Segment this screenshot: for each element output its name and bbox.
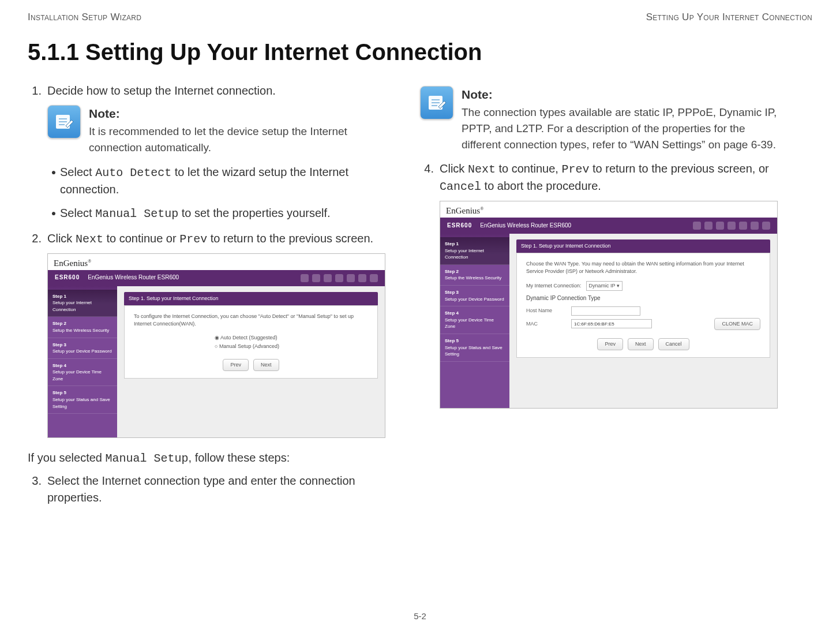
prev-button[interactable]: Prev	[223, 359, 249, 371]
mac-input[interactable]: 1C:6F:65:D6:BF:E5	[571, 319, 652, 328]
step-text: Select the Internet connection type and …	[47, 473, 385, 506]
page-title: 5.1.1 Setting Up Your Internet Connectio…	[28, 39, 812, 65]
host-input[interactable]	[571, 306, 640, 316]
subhead: Dynamic IP Connection Type	[526, 294, 760, 303]
step-text: Decide how to setup the Internet connect…	[47, 83, 385, 99]
connection-select[interactable]: Dynamic IP ▾	[586, 281, 622, 291]
clone-mac-button[interactable]: CLONE MAC	[714, 318, 760, 330]
home-icon[interactable]	[693, 222, 701, 230]
host-label: Host Name	[526, 307, 567, 314]
screenshot-step1-manual: EnGenius® ESR600 EnGenius Wireless Route…	[440, 201, 778, 409]
note-icon	[420, 86, 453, 119]
sidebar-step-2[interactable]: Step 2Setup the Wireless Security	[48, 317, 117, 338]
refresh-icon[interactable]	[347, 274, 355, 282]
note-text: It is recommended to let the device setu…	[89, 123, 385, 155]
power-icon[interactable]	[358, 274, 366, 282]
step-number: 4.	[420, 160, 440, 195]
sidebar-step-5[interactable]: Step 5Setup your Status and Save Setting	[48, 386, 117, 414]
note-title: Note:	[462, 86, 778, 103]
step-number: 3.	[28, 473, 47, 506]
bullet-dot: ●	[47, 164, 60, 198]
cancel-button[interactable]: Cancel	[658, 338, 689, 350]
wifi-icon[interactable]	[312, 274, 320, 282]
logo-text: EnGenius®	[54, 257, 91, 270]
power-icon[interactable]	[751, 222, 759, 230]
radio-auto-detect[interactable]: ◉ Auto Detect (Suggested)	[215, 334, 368, 342]
next-button[interactable]: Next	[253, 359, 279, 371]
panel-hint: Choose the WAN Type. You may need to obt…	[526, 260, 760, 275]
panel-hint: To configure the Internet Connection, yo…	[134, 313, 368, 328]
bullet-dot: ●	[47, 205, 60, 222]
prev-button[interactable]: Prev	[597, 338, 623, 350]
sidebar-step-4[interactable]: Step 4Setup your Device Time Zone	[440, 306, 509, 334]
toolbar-icons[interactable]	[693, 222, 770, 230]
refresh-icon[interactable]	[739, 222, 747, 230]
bullet-manual-setup: Select Manual Setup to set the propertie…	[60, 205, 385, 222]
step-number: 2.	[28, 230, 47, 248]
wizard-sidebar: Step 1Setup your Internet Connection Ste…	[48, 286, 117, 437]
bar-title: EnGenius Wireless Router ESR600	[480, 222, 571, 230]
panel-title: Step 1. Setup your Internet Connection	[516, 239, 770, 253]
bullet-auto-detect: Select Auto Detect to let the wizard set…	[60, 164, 385, 198]
running-head-right: Setting Up Your Internet Connection	[646, 12, 812, 23]
note-icon	[47, 105, 81, 138]
step-number: 1.	[28, 83, 47, 99]
note-text: The connection types available are stati…	[462, 104, 778, 152]
sidebar-step-4[interactable]: Step 4Setup your Device Time Zone	[48, 359, 117, 387]
sidebar-step-3[interactable]: Step 3Setup your Device Password	[48, 338, 117, 359]
toolbar-icons[interactable]	[301, 274, 378, 282]
model-label: ESR600	[447, 222, 472, 230]
connection-label: My Internet Connection:	[526, 282, 582, 290]
sidebar-step-5[interactable]: Step 5Setup your Status and Save Setting	[440, 334, 509, 362]
sidebar-step-2[interactable]: Step 2Setup the Wireless Security	[440, 265, 509, 286]
wifi-icon[interactable]	[704, 222, 712, 230]
left-column: 1. Decide how to setup the Internet conn…	[28, 83, 385, 512]
expand-icon[interactable]	[370, 274, 378, 282]
gear-icon[interactable]	[324, 274, 332, 282]
step-text: Click Next to continue, Prev to return t…	[440, 160, 778, 195]
note-title: Note:	[89, 105, 385, 122]
step-text: Click Next to continue or Prev to return…	[47, 230, 385, 248]
panel-title: Step 1. Setup your Internet Connection	[124, 292, 378, 305]
mac-label: MAC	[526, 320, 567, 328]
expand-icon[interactable]	[762, 222, 770, 230]
gear-icon[interactable]	[716, 222, 724, 230]
page-number: 5-2	[0, 611, 840, 621]
manual-setup-intro: If you selected Manual Setup, follow the…	[28, 450, 385, 467]
next-button[interactable]: Next	[628, 338, 654, 350]
home-icon[interactable]	[301, 274, 309, 282]
radio-manual-setup[interactable]: ○ Manual Setup (Advanced)	[215, 342, 368, 351]
help-icon[interactable]	[727, 222, 736, 230]
sidebar-step-1[interactable]: Step 1Setup your Internet Connection	[48, 290, 117, 317]
sidebar-step-1[interactable]: Step 1Setup your Internet Connection	[440, 237, 509, 265]
bar-title: EnGenius Wireless Router ESR600	[88, 274, 179, 282]
screenshot-step1-auto: EnGenius® ESR600 EnGenius Wireless Route…	[47, 253, 385, 438]
model-label: ESR600	[55, 274, 80, 282]
logo-text: EnGenius®	[446, 205, 483, 218]
wizard-sidebar: Step 1Setup your Internet Connection Ste…	[440, 234, 509, 408]
running-head-left: Installation Setup Wizard	[28, 12, 141, 23]
sidebar-step-3[interactable]: Step 3Setup your Device Password	[440, 286, 509, 306]
right-column: Note: The connection types available are…	[420, 83, 778, 512]
help-icon[interactable]	[335, 274, 343, 282]
